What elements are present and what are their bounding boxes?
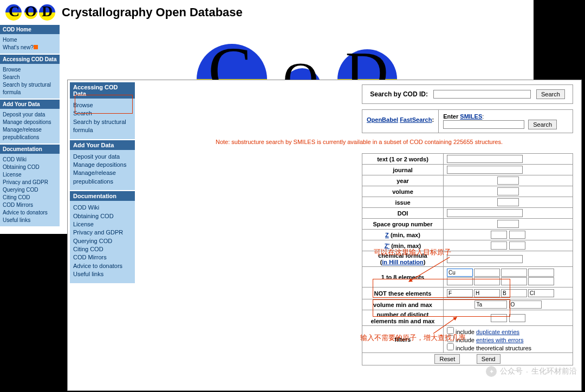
- send-button[interactable]: Send: [477, 354, 500, 364]
- input-journal[interactable]: [447, 166, 523, 174]
- filter-dup[interactable]: include duplicate entries: [447, 327, 569, 335]
- label-formula: chemical formula(in Hill notation): [362, 251, 444, 267]
- sidebar-link-deposit[interactable]: Deposit your data: [3, 111, 57, 119]
- sidebar-link-querying[interactable]: Querying COD: [3, 186, 57, 194]
- sidebar-link-privacy[interactable]: Privacy and GDPR: [3, 179, 57, 186]
- input-el8[interactable]: [528, 277, 554, 285]
- label-volume: volume: [362, 186, 444, 197]
- sidebar-link-browse[interactable]: Browse: [3, 66, 57, 74]
- input-zpmax[interactable]: [509, 241, 525, 250]
- checkbox-dup[interactable]: [447, 327, 454, 334]
- filter-err[interactable]: include entries with errors: [447, 335, 569, 343]
- input-zpmin[interactable]: [491, 241, 507, 250]
- inner-link-wiki[interactable]: COD Wiki: [73, 204, 132, 212]
- sidebar-link-wiki[interactable]: COD Wiki: [3, 156, 57, 164]
- hill-link[interactable]: in Hill notation: [382, 259, 423, 265]
- input-zmin[interactable]: [491, 231, 507, 239]
- inner-link-privacy[interactable]: Privacy and GDPR: [73, 228, 132, 237]
- sidebar-link-useful[interactable]: Useful links: [3, 217, 57, 224]
- input-formula[interactable]: [447, 255, 523, 263]
- input-sg[interactable]: [497, 220, 519, 228]
- cod-logo: C O D: [5, 4, 55, 21]
- label-year: year: [362, 175, 444, 186]
- fastsearch-link[interactable]: FastSearch: [400, 116, 432, 123]
- search-cod-id-button[interactable]: Search: [536, 89, 565, 99]
- err-link[interactable]: entries with errors: [476, 337, 523, 343]
- label-sg: Space group number: [362, 219, 444, 230]
- z-link[interactable]: Z: [385, 232, 389, 238]
- label-distinct: number of distinct elements min and max: [362, 310, 444, 326]
- openbabel-link[interactable]: OpenBabel: [367, 116, 398, 123]
- zprime-link[interactable]: Z': [385, 243, 389, 249]
- input-zmax[interactable]: [509, 231, 525, 239]
- input-ne1[interactable]: [447, 289, 473, 297]
- inner-link-querying[interactable]: Querying COD: [73, 237, 132, 245]
- wechat-icon: ✦: [486, 366, 497, 377]
- inner-link-manage-rel[interactable]: Manage/release prepublications: [73, 169, 132, 186]
- input-el4[interactable]: [528, 269, 554, 277]
- input-text[interactable]: [447, 155, 523, 163]
- filter-theo[interactable]: include theoretical structures: [447, 343, 569, 351]
- inner-window: Accessing COD Data Browse Search Search …: [67, 80, 582, 391]
- input-ne2[interactable]: [474, 289, 500, 297]
- dup-link[interactable]: duplicate entries: [476, 329, 519, 335]
- input-el7[interactable]: [501, 277, 527, 285]
- input-el5[interactable]: [447, 277, 473, 285]
- smiles-input[interactable]: [443, 120, 524, 129]
- inner-link-search[interactable]: Search: [73, 109, 132, 117]
- checkbox-err[interactable]: [447, 335, 454, 342]
- inner-link-citing[interactable]: Citing COD: [73, 245, 132, 253]
- smiles-search-button[interactable]: Search: [528, 120, 557, 129]
- input-dmax[interactable]: [509, 314, 525, 322]
- input-doi[interactable]: [447, 209, 523, 217]
- input-vmax[interactable]: [509, 300, 542, 309]
- inner-link-search-formula[interactable]: Search by structural formula: [73, 118, 132, 135]
- sidebar-link-manage-rel[interactable]: Manage/release prepublications: [3, 126, 57, 141]
- sidebar-header-home: COD Home: [0, 25, 60, 34]
- smiles-link[interactable]: SMILES: [460, 113, 482, 120]
- input-el3[interactable]: [501, 269, 527, 277]
- inner-sidebar: Accessing COD Data Browse Search Search …: [68, 80, 137, 390]
- input-el6[interactable]: [474, 277, 500, 285]
- inner-link-obtaining[interactable]: Obtaining COD: [73, 212, 132, 220]
- inner-link-deposit[interactable]: Deposit your data: [73, 153, 132, 161]
- inner-link-browse[interactable]: Browse: [73, 101, 132, 109]
- sidebar-link-citing[interactable]: Citing COD: [3, 194, 57, 201]
- smiles-left: OpenBabel FastSearch:: [362, 110, 439, 133]
- outer-sidebar: COD Home Home What's new? Accessing COD …: [0, 25, 60, 227]
- sidebar-link-license[interactable]: License: [3, 171, 57, 179]
- sidebar-link-whatsnew[interactable]: What's new?: [3, 44, 57, 51]
- sidebar-link-search[interactable]: Search: [3, 74, 57, 81]
- input-dmin[interactable]: [491, 314, 507, 322]
- inner-link-useful[interactable]: Useful links: [73, 270, 132, 278]
- inner-link-manage-dep[interactable]: Manage depositions: [73, 161, 132, 169]
- sidebar-link-home[interactable]: Home: [3, 36, 57, 44]
- search-cod-id-input[interactable]: [433, 90, 531, 99]
- label-text: text (1 or 2 words): [362, 154, 444, 165]
- input-issue[interactable]: [497, 198, 519, 206]
- inner-link-mirrors[interactable]: COD Mirrors: [73, 253, 132, 262]
- watermark-label2: 生化环材前沿: [531, 367, 577, 376]
- input-ne4[interactable]: [528, 289, 554, 297]
- input-volume[interactable]: [497, 187, 519, 195]
- search-cod-id-box: Search by COD ID: Search: [362, 84, 573, 104]
- sidebar-link-manage-dep[interactable]: Manage depositions: [3, 119, 57, 126]
- input-el2[interactable]: [474, 269, 500, 277]
- checkbox-theo[interactable]: [447, 343, 454, 350]
- input-el1[interactable]: [447, 269, 473, 277]
- inner-link-advice[interactable]: Advice to donators: [73, 262, 132, 270]
- label-doi: DOI: [362, 208, 444, 219]
- label-not-elements: NOT these elements: [362, 288, 444, 299]
- input-ne3[interactable]: [501, 289, 527, 297]
- sidebar-header-accessing: Accessing COD Data: [0, 55, 60, 64]
- inner-link-license[interactable]: License: [73, 220, 132, 228]
- sidebar-link-obtaining[interactable]: Obtaining COD: [3, 164, 57, 171]
- input-vmin[interactable]: [474, 300, 507, 309]
- sidebar-link-search-formula[interactable]: Search by structural formula: [3, 81, 57, 96]
- label-issue: issue: [362, 197, 444, 208]
- label-journal: journal: [362, 165, 444, 175]
- reset-button[interactable]: Reset: [434, 354, 460, 364]
- input-year[interactable]: [497, 177, 519, 185]
- sidebar-link-advice[interactable]: Advice to donators: [3, 209, 57, 217]
- sidebar-link-mirrors[interactable]: COD Mirrors: [3, 201, 57, 209]
